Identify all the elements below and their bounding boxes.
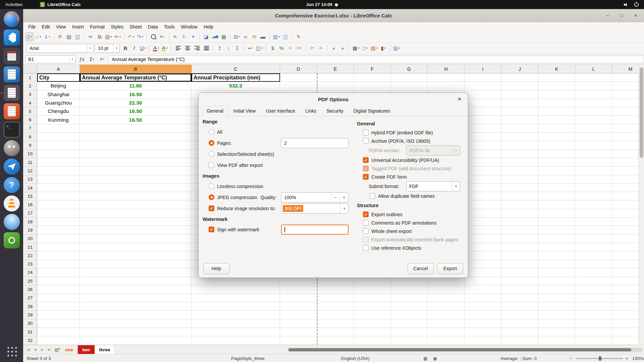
range-view-pdf-after-export-checkbox[interactable]: [209, 162, 214, 168]
formula-input[interactable]: Annual Average Temperature (°C): [109, 55, 644, 63]
cell-G2[interactable]: [391, 82, 428, 90]
add-sheet-button[interactable]: ▤ +: [53, 347, 61, 352]
row-header-15[interactable]: 15: [23, 192, 37, 200]
cell-J23[interactable]: [501, 260, 538, 268]
cell-B1[interactable]: Annual Average Temperature (°C): [80, 73, 192, 82]
export-pdf-icon[interactable]: P: [56, 33, 64, 41]
submit-format-select[interactable]: FDF▾: [406, 181, 460, 191]
cell-K4[interactable]: [538, 99, 575, 107]
function-wizard-button[interactable]: ƒx: [77, 55, 87, 63]
justified-icon[interactable]: [202, 44, 211, 53]
cell-K3[interactable]: [538, 90, 575, 99]
select-all-corner[interactable]: [23, 65, 37, 73]
row-header-18[interactable]: 18: [23, 218, 37, 226]
column-header-E[interactable]: E: [317, 65, 354, 73]
cell-A7[interactable]: [37, 124, 80, 133]
cell-K16[interactable]: [538, 200, 575, 209]
cell-K32[interactable]: [538, 336, 575, 345]
cell-E30[interactable]: [317, 319, 354, 328]
menu-sheet[interactable]: Sheet: [126, 23, 145, 31]
cell-I20[interactable]: [465, 235, 501, 243]
cell-L29[interactable]: [575, 311, 612, 319]
zoom-level[interactable]: 150%: [632, 356, 644, 361]
new-icon[interactable]: ▯▾: [25, 33, 34, 41]
cell-B7[interactable]: [80, 124, 192, 133]
cell-B10[interactable]: [80, 150, 192, 158]
column-header-C[interactable]: C: [192, 65, 280, 73]
column-header-L[interactable]: L: [575, 65, 612, 73]
structure-use-reference-xobjects-checkbox[interactable]: [363, 245, 369, 251]
cell-L27[interactable]: [575, 294, 612, 302]
background-color-icon[interactable]: ▮▾: [379, 44, 387, 53]
cell-K24[interactable]: [538, 268, 575, 277]
cell-E32[interactable]: [317, 336, 354, 345]
insert-chart-icon[interactable]: ▂▅▇: [211, 33, 219, 41]
title-bar[interactable]: Comprehensive Exercise1.xlsx - LibreOffi…: [23, 9, 644, 22]
cell-C1[interactable]: Annual Precipitation (mm): [192, 73, 280, 82]
headers-footers-icon[interactable]: ▬: [259, 33, 267, 41]
dialog-tab-links[interactable]: Links: [301, 106, 321, 116]
cell-F28[interactable]: [354, 302, 391, 311]
cell-L2[interactable]: [575, 82, 612, 90]
cell-F1[interactable]: [354, 73, 391, 82]
pages-input[interactable]: 2: [281, 138, 348, 148]
menu-help[interactable]: Help: [201, 23, 216, 31]
cell-I21[interactable]: [465, 243, 501, 251]
cell-I7[interactable]: [465, 124, 501, 133]
select-function-button[interactable]: Σ▾: [87, 55, 97, 63]
cell-I25[interactable]: [465, 277, 501, 285]
autofilter-icon[interactable]: ▼: [189, 33, 197, 41]
cell-A5[interactable]: Chengdu: [37, 107, 80, 116]
cell-J32[interactable]: [501, 336, 538, 345]
cell-B5[interactable]: 16.50: [80, 107, 192, 116]
cell-I31[interactable]: [465, 328, 501, 336]
cell-B14[interactable]: [80, 184, 192, 192]
cell-K7[interactable]: [538, 124, 575, 133]
next-sheet-button[interactable]: ▶: [39, 348, 46, 351]
cell-B3[interactable]: 16.50: [80, 90, 192, 99]
range-pages-radio[interactable]: [209, 140, 214, 146]
add-decimal-place-icon[interactable]: .0+: [308, 44, 316, 53]
cell-B31[interactable]: [80, 328, 192, 336]
cell-I3[interactable]: [465, 90, 501, 99]
cell-A25[interactable]: [37, 277, 80, 285]
cell-J29[interactable]: [501, 311, 538, 319]
row-header-31[interactable]: 31: [23, 328, 37, 336]
cell-A20[interactable]: [37, 235, 80, 243]
cell-H26[interactable]: [428, 285, 465, 294]
conditional-formatting-icon[interactable]: ▤▾: [392, 44, 401, 53]
previous-sheet-button[interactable]: ◀: [32, 348, 39, 351]
cell-A21[interactable]: [37, 243, 80, 251]
cell-K1[interactable]: [538, 73, 575, 82]
cell-L12[interactable]: [575, 167, 612, 175]
cell-K25[interactable]: [538, 277, 575, 285]
vscode-icon[interactable]: [4, 29, 20, 46]
cell-L25[interactable]: [575, 277, 612, 285]
bold-icon[interactable]: B: [121, 44, 129, 53]
image-resolution-select[interactable]: 300 DPI▾: [281, 203, 348, 214]
cell-B22[interactable]: [80, 251, 192, 260]
cell-I16[interactable]: [465, 200, 501, 209]
align-left-icon[interactable]: [174, 44, 182, 53]
cell-I2[interactable]: [465, 82, 501, 90]
cell-K30[interactable]: [538, 319, 575, 328]
menu-view[interactable]: View: [53, 23, 69, 31]
quality-increase-button[interactable]: +: [339, 193, 348, 202]
underline-icon[interactable]: U▾: [139, 44, 147, 53]
column-header-D[interactable]: D: [280, 65, 317, 73]
cell-I5[interactable]: [465, 107, 501, 116]
maximize-button[interactable]: □: [619, 13, 625, 18]
cell-K5[interactable]: [538, 107, 575, 116]
cell-D28[interactable]: [280, 302, 317, 311]
cell-G1[interactable]: [391, 73, 428, 82]
horizontal-scrollbar-thumb[interactable]: [288, 348, 631, 351]
cell-B23[interactable]: [80, 260, 192, 268]
row-header-21[interactable]: 21: [23, 243, 37, 251]
cell-I24[interactable]: [465, 268, 501, 277]
cell-G31[interactable]: [391, 328, 428, 336]
images-reduce-image-resolution-to-checkbox[interactable]: ✓: [209, 205, 214, 211]
general-archive-pdf-a-iso-19005-checkbox[interactable]: [363, 138, 369, 144]
cell-B17[interactable]: [80, 209, 192, 218]
files-icon[interactable]: [4, 48, 20, 64]
general-create-pdf-form-checkbox[interactable]: ✓: [363, 174, 369, 180]
